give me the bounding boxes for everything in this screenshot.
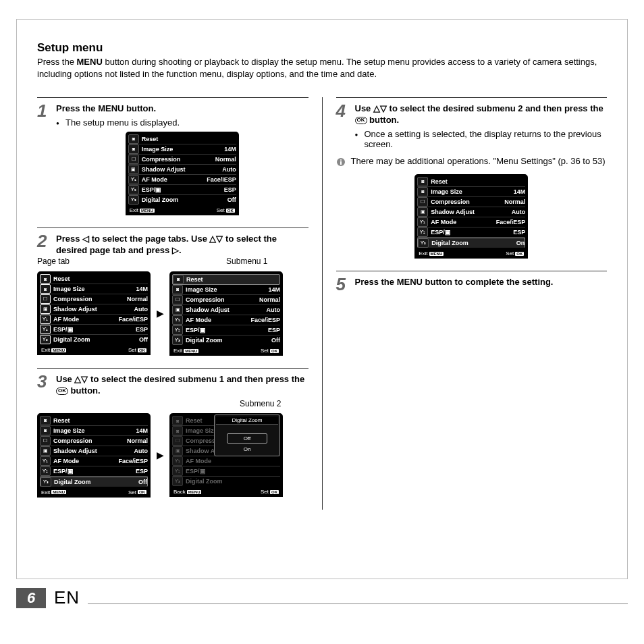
lock-icon: ☐ — [172, 295, 183, 304]
column-divider — [322, 97, 323, 509]
wrench-icon: Ƴ₁ — [128, 175, 139, 184]
step4-bullet: Once a setting is selected, the display … — [355, 129, 608, 149]
play-icon: ▣ — [128, 165, 139, 174]
page-number: 6 — [16, 588, 46, 608]
wrench-icon: Ƴ₃ — [128, 195, 139, 205]
wrench-icon: Ƴ₁ — [40, 456, 51, 466]
wrench-icon: Ƴ₂ — [172, 325, 183, 335]
footer-exit: ExitMENU — [130, 207, 155, 213]
step2-head: Press ◁ to select the page tabs. Use △▽ … — [56, 234, 308, 257]
intro-bold: MENU — [77, 57, 103, 67]
menu-step4: ◙Reset ◙Image Size14M ☐CompressionNormal… — [414, 174, 528, 259]
step1-head: Press the MENU button. — [56, 103, 308, 115]
camera-icon: ◙ — [40, 274, 51, 284]
wrench-icon: Ƴ₂ — [40, 325, 51, 334]
wrench-icon: Ƴ₃ — [172, 336, 183, 345]
camera-icon: ◙ — [128, 144, 139, 154]
lock-icon: ☐ — [40, 436, 51, 446]
page-footer: 6 EN — [16, 587, 628, 608]
step-num: 5 — [336, 275, 355, 293]
arrow-right-icon: ▶ — [155, 450, 165, 460]
camera-icon: ◙ — [417, 187, 428, 196]
manual-page: Setup menu Press the MENU button during … — [16, 19, 628, 579]
footer-set: SetOK — [217, 207, 235, 213]
intro-post: button during shooting or playback to di… — [37, 57, 597, 79]
note-text: There may be additional operations. "Men… — [351, 156, 606, 169]
step1-bullet: The setup menu is displayed. — [56, 117, 308, 128]
menu-step3-left: ◙Reset ◙Image Size14M ☐CompressionNormal… — [37, 413, 151, 498]
label-submenu2: Submenu 2 — [240, 399, 281, 408]
wrench-icon: Ƴ₂ — [128, 185, 139, 194]
camera-icon: ◙ — [40, 284, 51, 294]
lock-icon: ☐ — [40, 294, 51, 304]
arrow-right-icon: ▶ — [155, 308, 165, 319]
step-3: 3 Use △▽ to select the desired submenu 1… — [37, 368, 308, 498]
menu-step1: ◙Reset ◙Image Size14M ☐CompressionNormal… — [126, 132, 239, 215]
wrench-icon: Ƴ₁ — [172, 315, 183, 325]
wrench-icon: Ƴ₂ — [40, 466, 51, 476]
columns: 1 Press the MENU button. The setup menu … — [37, 97, 607, 509]
label-page-tab: Page tab — [37, 257, 70, 266]
svg-rect-2 — [340, 161, 342, 165]
ok-icon: OK — [56, 387, 68, 395]
camera-icon: ◙ — [40, 426, 51, 435]
popup-digital-zoom: Digital Zoom Off On — [214, 414, 280, 456]
step-num: 1 — [37, 102, 56, 119]
svg-point-1 — [340, 159, 342, 161]
step4-head: Use △▽ to select the desired submenu 2 a… — [355, 103, 608, 126]
wrench-icon: Ƴ₂ — [417, 227, 428, 237]
wrench-icon: Ƴ₁ — [40, 315, 51, 324]
lock-icon: ☐ — [128, 155, 139, 164]
menu-step2-right: ◙Reset ◙Image Size14M ☐CompressionNormal… — [169, 271, 283, 356]
label-submenu1: Submenu 1 — [226, 257, 267, 266]
page-title: Setup menu — [37, 41, 607, 55]
lock-icon: ☐ — [417, 197, 428, 207]
step-5: 5 Press the MENU button to complete the … — [336, 271, 608, 293]
footer-rule — [88, 603, 628, 604]
camera-icon: ◙ — [40, 416, 51, 425]
popup-opt-off: Off — [227, 433, 267, 444]
intro-text: Press the MENU button during shooting or… — [37, 56, 607, 80]
camera-icon: ◙ — [417, 177, 428, 186]
camera-icon: ◙ — [128, 134, 139, 144]
step-2: 2 Press ◁ to select the page tabs. Use △… — [37, 227, 308, 356]
note-icon — [336, 157, 346, 169]
wrench-icon: Ƴ₃ — [418, 238, 429, 248]
play-icon: ▣ — [417, 207, 428, 217]
page-lang: EN — [54, 587, 80, 608]
step-num: 4 — [336, 102, 355, 119]
camera-icon: ◙ — [172, 285, 183, 294]
play-icon: ▣ — [40, 446, 51, 456]
ok-icon: OK — [355, 117, 367, 124]
step-num: 2 — [37, 232, 56, 250]
wrench-icon: Ƴ₁ — [417, 217, 428, 227]
menu-step3-right: ◙Reset ◙Image Size ☐Compression ▣Shadow … — [169, 413, 283, 497]
step-1: 1 Press the MENU button. The setup menu … — [37, 97, 308, 215]
intro-pre: Press the — [37, 57, 77, 67]
play-icon: ▣ — [40, 304, 51, 314]
step3-head: Use △▽ to select the desired submenu 1 a… — [56, 374, 308, 397]
popup-title: Digital Zoom — [216, 417, 278, 425]
step-num: 3 — [37, 373, 56, 390]
camera-icon: ◙ — [173, 275, 184, 284]
popup-opt-on: On — [227, 445, 267, 454]
play-icon: ▣ — [172, 305, 183, 315]
wrench-icon: Ƴ₃ — [41, 477, 51, 487]
menu-step2-left: ◙Reset ◙Image Size14M ☐CompressionNormal… — [37, 271, 151, 355]
step-4: 4 Use △▽ to select the desired submenu 2… — [336, 97, 608, 259]
column-left: 1 Press the MENU button. The setup menu … — [37, 97, 308, 509]
wrench-icon: Ƴ₃ — [40, 335, 51, 344]
column-right: 4 Use △▽ to select the desired submenu 2… — [336, 97, 608, 509]
step5-head: Press the MENU button to complete the se… — [355, 277, 608, 288]
